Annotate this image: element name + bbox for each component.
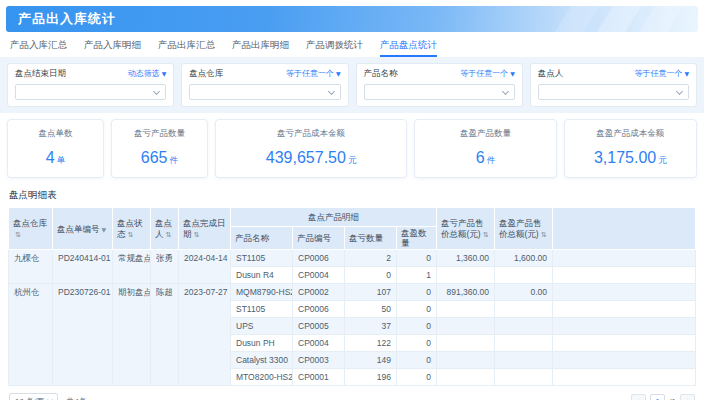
- tab-bar: 产品入库汇总产品入库明细产品出库汇总产品出库明细产品调拨统计产品盘点统计: [0, 32, 704, 57]
- caret-down-icon: ▼: [162, 70, 167, 77]
- cell-order-no: PD230726-01: [53, 284, 113, 386]
- cell-product-name: Dusun R4: [231, 267, 293, 284]
- caret-down-icon: ▼: [336, 70, 341, 77]
- cell-person: 张勇: [151, 250, 179, 284]
- cell-product-code: CP0006: [293, 250, 345, 267]
- column-header[interactable]: 盘点完成日期⇅: [179, 208, 231, 250]
- cell-loss-total: 891,360.00: [437, 284, 495, 301]
- chevron-down-icon: [153, 88, 160, 95]
- column-header[interactable]: 盘亏产品售价总额(元)⇅: [437, 208, 495, 250]
- filter-card-1: 盘点结束日期动态筛选▼: [7, 63, 174, 107]
- sort-icon[interactable]: ⇅: [128, 231, 134, 239]
- filter-condition-link[interactable]: 动态筛选▼: [128, 68, 167, 79]
- cell-product-code: CP0003: [293, 352, 345, 369]
- cell-loss-qty: 107: [345, 284, 397, 301]
- stat-unit: 元: [348, 155, 357, 165]
- cell-loss-total: [437, 352, 495, 369]
- sub-column-header[interactable]: 盘盈数量: [397, 227, 437, 250]
- sub-column-header[interactable]: 产品编号: [293, 227, 345, 250]
- cell-product-code: CP0006: [293, 301, 345, 318]
- table-header-row-1: 盘点仓库⇅盘点单编号▼盘点状态⇅盘点人⇅盘点完成日期⇅盘点产品明细盘亏产品售价总…: [9, 208, 696, 227]
- cell-gain-total: [495, 267, 553, 284]
- filter-card-4: 盘点人等于任意一个▼: [530, 63, 697, 107]
- stat-card-1: 盘点单数4单: [7, 119, 104, 178]
- cell-filler: [553, 352, 696, 369]
- filter-select[interactable]: [189, 84, 340, 100]
- page-size-select[interactable]: 10 条/页: [9, 393, 58, 400]
- current-page[interactable]: 1: [650, 394, 665, 400]
- page-banner: 产品出入库统计: [6, 6, 698, 32]
- sort-icon[interactable]: ⇅: [541, 231, 547, 239]
- cell-loss-total: 1,360.00: [437, 250, 495, 267]
- sort-icon[interactable]: ⇅: [194, 231, 200, 239]
- cell-gain-qty: 0: [397, 369, 437, 386]
- prev-page-button[interactable]: ‹: [631, 394, 646, 400]
- column-header[interactable]: 盘盈产品售价总额(元)⇅: [495, 208, 553, 250]
- filter-select[interactable]: [15, 84, 166, 100]
- cell-finish-date: 2024-04-14: [179, 250, 231, 284]
- cell-product-code: CP0004: [293, 335, 345, 352]
- tab-2[interactable]: 产品入库明细: [84, 35, 141, 57]
- filler-header: [553, 208, 696, 250]
- filter-select[interactable]: [538, 84, 689, 100]
- chevron-down-icon: [676, 88, 683, 95]
- cell-gain-qty: 0: [397, 352, 437, 369]
- tab-1[interactable]: 产品入库汇总: [10, 35, 67, 57]
- filter-bar: 盘点结束日期动态筛选▼盘点仓库等于任意一个▼产品名称等于任意一个▼盘点人等于任意…: [0, 57, 704, 113]
- cell-loss-qty: 0: [345, 267, 397, 284]
- cell-filler: [553, 250, 696, 267]
- column-header[interactable]: 盘点仓库⇅: [9, 208, 53, 250]
- cell-product-name: UPS: [231, 318, 293, 335]
- cell-status: 期初盘点: [113, 284, 151, 386]
- cell-loss-total: [437, 301, 495, 318]
- caret-down-icon: ▼: [684, 70, 689, 77]
- filter-condition-link[interactable]: 等于任意一个▼: [460, 68, 515, 79]
- column-header[interactable]: 盘点人⇅: [151, 208, 179, 250]
- cell-product-name: MTO8200-HS2F: [231, 369, 293, 386]
- cell-warehouse: 九棵仓: [9, 250, 53, 284]
- next-page-button[interactable]: ›: [680, 394, 695, 400]
- cell-warehouse: 杭州仓: [9, 284, 53, 386]
- sort-icon[interactable]: ⇅: [15, 231, 21, 239]
- caret-down-icon[interactable]: ▼: [102, 226, 107, 233]
- filter-head: 产品名称等于任意一个▼: [364, 68, 515, 79]
- table-section-title: 盘点明细表: [9, 189, 704, 202]
- cell-loss-qty: 122: [345, 335, 397, 352]
- column-header[interactable]: 盘点状态⇅: [113, 208, 151, 250]
- cell-filler: [553, 369, 696, 386]
- cell-gain-total: 1,600.00: [495, 250, 553, 267]
- sub-column-header[interactable]: 产品名称: [231, 227, 293, 250]
- stat-card-2: 盘亏产品数量665件: [111, 119, 208, 178]
- table-head: 盘点仓库⇅盘点单编号▼盘点状态⇅盘点人⇅盘点完成日期⇅盘点产品明细盘亏产品售价总…: [9, 208, 696, 250]
- filter-head: 盘点结束日期动态筛选▼: [15, 68, 166, 79]
- filter-condition-link[interactable]: 等于任意一个▼: [286, 68, 341, 79]
- cell-status: 常规盘点: [113, 250, 151, 284]
- tab-3[interactable]: 产品出库汇总: [158, 35, 215, 57]
- tab-5[interactable]: 产品调拨统计: [306, 35, 363, 57]
- filter-head: 盘点人等于任意一个▼: [538, 68, 689, 79]
- sort-icon[interactable]: ⇅: [483, 231, 489, 239]
- cell-gain-total: 0.00: [495, 284, 553, 301]
- filter-condition-link[interactable]: 等于任意一个▼: [634, 68, 689, 79]
- cell-product-name: ST1105: [231, 301, 293, 318]
- sub-column-header[interactable]: 盘亏数量: [345, 227, 397, 250]
- cell-loss-total: [437, 369, 495, 386]
- stat-unit: 单: [57, 155, 66, 165]
- stat-unit: 元: [658, 155, 667, 165]
- cell-gain-qty: 0: [397, 335, 437, 352]
- tab-6[interactable]: 产品盘点统计: [380, 35, 437, 57]
- cell-filler: [553, 335, 696, 352]
- tab-4[interactable]: 产品出库明细: [232, 35, 289, 57]
- stocktake-table: 盘点仓库⇅盘点单编号▼盘点状态⇅盘点人⇅盘点完成日期⇅盘点产品明细盘亏产品售价总…: [8, 207, 696, 386]
- column-header[interactable]: 盘点单编号▼: [53, 208, 113, 250]
- group-header: 盘点产品明细: [231, 208, 437, 227]
- stat-label: 盘亏产品数量: [114, 128, 205, 140]
- table-row: 九棵仓PD240414-01常规盘点张勇2024-04-14ST1105CP00…: [9, 250, 696, 267]
- cell-loss-qty: 37: [345, 318, 397, 335]
- cell-filler: [553, 284, 696, 301]
- sort-icon[interactable]: ⇅: [166, 231, 172, 239]
- cell-filler: [553, 267, 696, 284]
- stat-label: 盘盈产品成本金额: [567, 128, 694, 140]
- filter-select[interactable]: [364, 84, 515, 100]
- cell-product-name: Catalyst 3300: [231, 352, 293, 369]
